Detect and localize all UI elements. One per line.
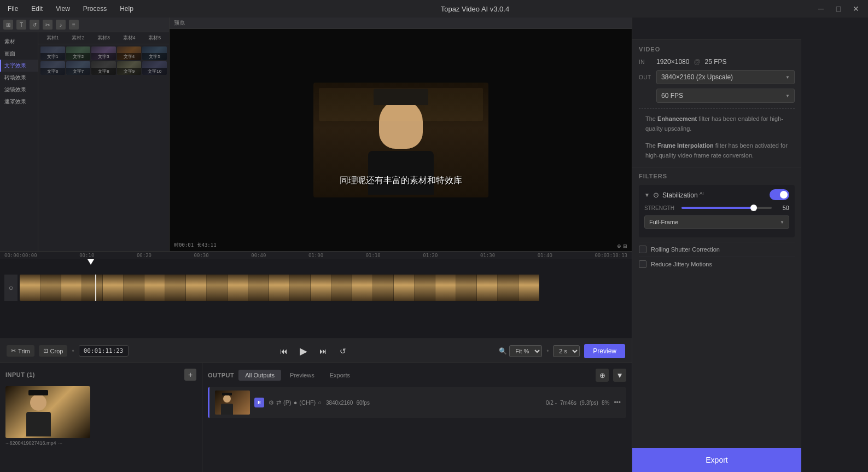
sidebar-item-filter[interactable]: 滤镜效果 [0, 84, 38, 96]
stabilization-toggle[interactable] [770, 189, 789, 200]
time-label-7: 01:20 [423, 253, 438, 258]
toolbar-icon-2[interactable]: T [16, 20, 26, 30]
output-info: 3840x2160 60fps [326, 400, 370, 406]
toolbar-icon-4[interactable]: ✂ [43, 20, 53, 30]
magnify-icon: 🔍 [499, 347, 507, 355]
next-frame-button[interactable]: ⏭ [314, 342, 332, 360]
frame-14 [311, 275, 331, 301]
track-left-control[interactable]: ⊙ [4, 275, 18, 301]
minimize-button[interactable]: ─ [814, 2, 828, 15]
output-tabs: All Outputs Previews Exports [238, 370, 357, 381]
out-fps-dropdown[interactable]: 60 FPS ▼ [656, 89, 795, 103]
info-text-2: The Frame Interpolation filter has been … [639, 141, 795, 160]
mode-value: Full-Frame [649, 219, 678, 225]
sidebar-item-mask[interactable]: 遮罩效果 [0, 96, 38, 108]
timeline-time-labels: 00:00:00:00 00:10 00:20 00:30 00:40 01:0… [0, 252, 632, 259]
sidebar-item-text[interactable]: 文字效果 [0, 60, 38, 72]
frame-5 [124, 275, 144, 301]
thumb-label-8: 文字9 [117, 68, 142, 75]
frame-8 [186, 275, 207, 301]
output-thumbnail[interactable] [215, 391, 250, 415]
video-timecode-left: 时00:01 长43:11 [174, 242, 217, 249]
toolbar-icon-1[interactable]: ⊞ [3, 20, 13, 30]
stabilization-icon: ⊙ [653, 191, 659, 199]
menu-edit[interactable]: Edit [29, 4, 45, 14]
media-thumb-2[interactable]: 文字3 [91, 46, 116, 60]
reduce-jittery-item: Reduce Jittery Motions [639, 257, 795, 271]
video-out-fps-row: 60 FPS ▼ [639, 89, 795, 103]
media-thumb-5[interactable]: 文字6 [40, 61, 65, 75]
menu-view[interactable]: View [54, 4, 72, 14]
frame-7 [165, 275, 186, 301]
media-grid: 文字1 文字2 文字3 文字4 文字5 文字6 文字7 文字8 文字9 文字10 [38, 44, 169, 77]
timecode-display[interactable]: 00:01:11:23 [79, 345, 129, 357]
media-thumb-4[interactable]: 文字5 [142, 46, 167, 60]
export-button[interactable]: Export [632, 448, 801, 472]
toolbar-icon-5[interactable]: ♪ [56, 20, 66, 30]
app-title: Topaz Video AI v3.0.4 [136, 5, 814, 13]
duration-select[interactable]: 2 s [553, 345, 580, 357]
frame-11 [248, 275, 269, 301]
play-button[interactable]: ▶ [295, 342, 312, 360]
info1-start: The [645, 115, 657, 122]
menu-process[interactable]: Process [81, 4, 109, 14]
zoom-select[interactable]: Fit % [509, 345, 542, 357]
add-input-button[interactable]: + [184, 369, 196, 381]
playback-controls: ⏮ ▶ ⏭ ↺ [275, 342, 352, 360]
right-top-placeholder [632, 18, 801, 39]
toolbar-icon-3[interactable]: ↺ [30, 20, 39, 30]
input-thumb-image[interactable] [5, 386, 90, 438]
media-thumb-0[interactable]: 文字1 [40, 46, 65, 60]
tab-exports[interactable]: Exports [323, 370, 357, 381]
output-more-button[interactable]: ▼ [613, 369, 626, 382]
thumb-more-button[interactable]: ··· [59, 440, 63, 446]
crop-button[interactable]: ⊡ Crop [39, 345, 68, 357]
rolling-shutter-checkbox[interactable] [639, 246, 646, 253]
media-thumb-6[interactable]: 文字7 [66, 61, 91, 75]
media-thumb-3[interactable]: 文字4 [117, 46, 142, 60]
menu-bar: File Edit View Process Help [5, 4, 136, 14]
tab-previews[interactable]: Previews [283, 370, 321, 381]
frames-container [20, 275, 539, 301]
menu-file[interactable]: File [5, 4, 20, 14]
window-controls: ─ □ ✕ [814, 2, 863, 15]
video-person: 同理呢还有丰富的素材和特效库 [313, 83, 488, 197]
time-label-1: 00:10 [79, 253, 94, 258]
media-thumb-8[interactable]: 文字9 [117, 61, 142, 75]
frame-3 [82, 275, 103, 301]
person-body [368, 151, 434, 195]
toolbar-icon-6[interactable]: ≡ [69, 20, 79, 30]
strength-thumb[interactable] [750, 205, 757, 211]
menu-help[interactable]: Help [118, 4, 136, 14]
output-settings-button[interactable]: ⊕ [596, 369, 609, 382]
tab-all-outputs[interactable]: All Outputs [238, 370, 281, 381]
trim-button[interactable]: ✂ Trim [7, 345, 34, 357]
controls-bar: ✂ Trim ⊡ Crop • 00:01:11:23 ⏮ ▶ ⏭ ↺ 🔍 Fi… [0, 339, 632, 363]
sidebar-item-frame[interactable]: 画面 [0, 48, 38, 60]
media-thumb-7[interactable]: 文字8 [91, 61, 116, 75]
collapse-stabilization-button[interactable]: ▼ [644, 192, 650, 198]
sidebar-item-media[interactable]: 素材 [0, 36, 38, 48]
reduce-jittery-checkbox[interactable] [639, 260, 646, 268]
maximize-button[interactable]: □ [832, 2, 845, 15]
col-header-0: 素材1 [40, 34, 65, 42]
prev-frame-button[interactable]: ⏮ [275, 342, 293, 360]
media-thumb-9[interactable]: 文字10 [142, 61, 167, 75]
frame-21 [456, 275, 477, 301]
preview-button[interactable]: Preview [584, 344, 625, 358]
playhead-area[interactable] [0, 259, 632, 272]
track-content[interactable] [20, 275, 627, 301]
out-resolution-dropdown[interactable]: 3840×2160 (2x Upscale) ▼ [656, 70, 795, 84]
sidebar-item-transition[interactable]: 转场效果 [0, 72, 38, 84]
input-panel: INPUT (1) + ···6200419027416.mp4 [0, 363, 202, 472]
output-row-options-button[interactable]: ••• [614, 399, 621, 406]
zoom-control: 🔍 Fit % [499, 345, 542, 357]
mode-dropdown[interactable]: Full-Frame ▼ [644, 215, 789, 229]
frame-20 [435, 275, 456, 301]
close-button[interactable]: ✕ [849, 2, 863, 15]
strength-slider-container[interactable] [681, 207, 772, 209]
refresh-button[interactable]: ↺ [334, 342, 352, 360]
thumb-label-5: 文字6 [40, 68, 65, 75]
col-header-2: 素材3 [91, 34, 116, 42]
media-thumb-1[interactable]: 文字2 [66, 46, 91, 60]
